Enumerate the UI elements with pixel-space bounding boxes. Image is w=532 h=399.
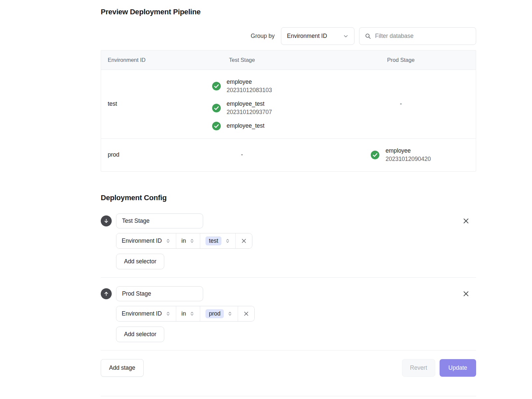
close-icon	[241, 238, 247, 244]
updown-chevrons-icon	[190, 311, 195, 316]
stage-divider	[101, 277, 476, 278]
database-version: 20231012083103	[227, 86, 272, 94]
updown-chevrons-icon	[227, 311, 232, 316]
success-check-icon	[371, 151, 379, 159]
add-selector-button[interactable]: Add selector	[116, 327, 164, 342]
stage-name-input[interactable]	[116, 213, 203, 228]
update-button[interactable]: Update	[440, 359, 476, 377]
prod-stage-cell: -	[326, 70, 476, 138]
success-check-icon	[212, 104, 221, 112]
group-by-label: Group by	[251, 33, 275, 40]
footer-divider	[101, 350, 476, 350]
column-header-prod-stage: Prod Stage	[326, 51, 476, 69]
add-selector-button[interactable]: Add selector	[116, 254, 164, 269]
deployment-config-title: Deployment Config	[101, 194, 476, 202]
page-title: Preview Deployment Pipeline	[101, 8, 476, 16]
group-by-selected-value: Environment ID	[287, 33, 327, 40]
database-name: employee	[385, 147, 431, 155]
column-header-test-stage: Test Stage	[158, 51, 326, 69]
stage-config-test: Environment ID in test	[101, 213, 476, 269]
group-by-dropdown[interactable]: Environment ID	[281, 27, 354, 45]
stage-config-prod: Environment ID in prod	[101, 286, 476, 342]
page-bottom-divider	[101, 396, 476, 396]
filter-database-input[interactable]	[375, 33, 470, 40]
empty-stage-placeholder: -	[400, 100, 402, 107]
updown-chevrons-icon	[190, 238, 195, 243]
close-icon	[462, 217, 470, 225]
database-version: 20231012090420	[385, 155, 431, 163]
remove-stage-button[interactable]	[462, 289, 470, 298]
database-version: 20231012093707	[227, 108, 272, 116]
stage-header	[101, 286, 476, 301]
updown-chevrons-icon	[166, 238, 171, 243]
config-footer: Add stage Revert Update	[101, 359, 476, 377]
selector-value-dropdown[interactable]: test	[200, 233, 235, 248]
database-entry: employee_test 20231012093707	[212, 100, 272, 117]
table-row-test: test employee 20231012083103	[101, 69, 476, 138]
revert-button[interactable]: Revert	[402, 359, 435, 377]
remove-stage-button[interactable]	[462, 216, 470, 225]
selector-operator-value: in	[182, 310, 186, 317]
selector-operator-dropdown[interactable]: in	[176, 306, 200, 321]
close-icon	[243, 311, 249, 317]
selector-key-value: Environment ID	[122, 237, 162, 244]
selector-key-dropdown[interactable]: Environment ID	[116, 306, 176, 321]
environment-id-cell: test	[101, 70, 158, 138]
selector-operator-value: in	[182, 237, 186, 244]
updown-chevrons-icon	[225, 238, 230, 243]
prod-stage-cell: employee 20231012090420	[326, 139, 476, 172]
table-row-prod: prod - employee 20231012090420	[101, 138, 476, 172]
selector-value-badge: test	[205, 236, 221, 245]
success-check-icon	[212, 122, 221, 130]
stage-name-group	[101, 286, 203, 301]
remove-selector-button[interactable]	[235, 233, 252, 248]
updown-chevrons-icon	[166, 311, 171, 316]
arrow-up-circle-icon	[101, 288, 112, 299]
remove-selector-button[interactable]	[238, 306, 254, 321]
database-entry: employee 20231012090420	[371, 147, 431, 164]
selector-row: Environment ID in test	[116, 233, 476, 249]
selector-key-dropdown[interactable]: Environment ID	[116, 233, 176, 248]
stage-header	[101, 213, 476, 228]
database-entries: employee 20231012090420	[371, 147, 431, 164]
selector-group: Environment ID in test	[116, 233, 252, 249]
add-stage-button[interactable]: Add stage	[101, 359, 144, 377]
database-name: employee_test	[227, 100, 272, 108]
filter-database-box	[359, 27, 476, 45]
pipeline-preview-table: Environment ID Test Stage Prod Stage tes…	[101, 50, 476, 172]
database-entry: employee_test	[212, 122, 265, 130]
deployment-pipeline-page: Preview Deployment Pipeline Group by Env…	[101, 0, 476, 396]
database-entry: employee 20231012083103	[212, 78, 272, 95]
test-stage-cell: -	[158, 139, 326, 172]
environment-id-cell: prod	[101, 139, 158, 172]
column-header-environment-id: Environment ID	[101, 51, 158, 69]
stage-name-group	[101, 213, 203, 228]
empty-stage-placeholder: -	[241, 151, 243, 158]
stage-name-input[interactable]	[116, 286, 203, 301]
selector-row: Environment ID in prod	[116, 306, 476, 322]
test-stage-cell: employee 20231012083103 employee_test 20…	[158, 70, 326, 138]
chevron-down-icon	[343, 34, 348, 39]
database-name: employee	[227, 78, 272, 86]
selector-key-value: Environment ID	[122, 310, 162, 317]
footer-actions: Revert Update	[402, 359, 476, 377]
database-name: employee_test	[227, 122, 265, 130]
table-header-row: Environment ID Test Stage Prod Stage	[101, 51, 476, 69]
search-icon	[365, 33, 371, 39]
close-icon	[462, 290, 470, 298]
selector-group: Environment ID in prod	[116, 306, 255, 322]
selector-operator-dropdown[interactable]: in	[176, 233, 200, 248]
selector-value-dropdown[interactable]: prod	[200, 306, 238, 321]
database-entries: employee 20231012083103 employee_test 20…	[212, 78, 272, 130]
selector-value-badge: prod	[205, 309, 224, 318]
arrow-down-circle-icon	[101, 215, 112, 226]
success-check-icon	[212, 82, 221, 90]
pipeline-toolbar: Group by Environment ID	[101, 27, 476, 45]
